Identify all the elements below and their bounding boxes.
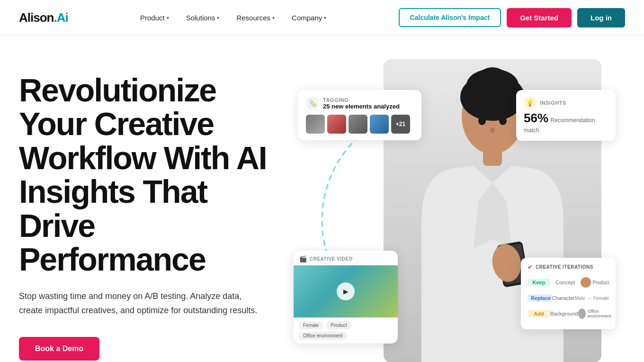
iter-action-add: Add	[528, 310, 550, 317]
insights-percentage-row: 56% Recommendation match	[524, 111, 608, 134]
book-demo-button[interactable]: Book a Demo	[19, 337, 99, 361]
iter-av-bg	[578, 308, 586, 319]
iter-row-2: Replace Character Male → Female	[528, 292, 609, 304]
nav-company[interactable]: Company ▾	[292, 14, 326, 22]
nav-actions: Calculate Alison's Impact Get Started Lo…	[399, 8, 625, 27]
video-card-header: 🎬 CREATIVE VIDEO	[294, 251, 398, 265]
iter-replace-from-to: Male → Female	[575, 295, 609, 301]
iterations-label: CREATIVE ITERATIONS	[536, 264, 593, 270]
iter-to-label: Female	[593, 296, 609, 301]
vtag-office: Office environment	[298, 332, 348, 340]
svg-point-9	[499, 117, 507, 125]
iter-avatars-1: Product	[581, 277, 609, 288]
video-tags: Female Product Office environment	[294, 317, 398, 344]
iter-action-replace: Replace	[528, 294, 552, 302]
hero-left: Revolutionize Your Creative Workflow Wit…	[19, 64, 284, 361]
iter-bg-label: Office environment	[588, 309, 614, 318]
nav-product[interactable]: Product ▾	[140, 14, 169, 22]
calculate-impact-button[interactable]: Calculate Alison's Impact	[399, 8, 501, 27]
svg-point-6	[477, 67, 508, 91]
chevron-down-icon: ▾	[217, 15, 219, 20]
thumb-1	[306, 115, 325, 134]
video-icon: 🎬	[299, 255, 307, 262]
insights-card: 💡 INSIGHTS 56% Recommendation match	[516, 90, 616, 141]
login-button[interactable]: Log in	[577, 8, 625, 27]
video-card: 🎬 CREATIVE VIDEO ▶ Female Product Office…	[294, 251, 398, 344]
iterations-card: ✔ CREATIVE ITERATIONS Keep Concept Produ…	[521, 258, 616, 329]
iter-from-label: Male	[575, 296, 585, 301]
iter-av-product	[581, 277, 591, 288]
iter-type-character: Character	[552, 295, 575, 301]
iter-avatars-3: Office environment	[578, 308, 614, 319]
iter-type-concept: Concept	[555, 280, 575, 285]
logo-ai: Ai	[57, 10, 68, 25]
tagging-value: 25 new elements analyzed	[323, 103, 400, 110]
hero-subtitle: Stop wasting time and money on A/B testi…	[19, 290, 265, 317]
chevron-down-icon: ▾	[167, 15, 169, 20]
get-started-button[interactable]: Get Started	[507, 8, 572, 27]
iter-row-3: Add Background Office environment	[528, 307, 609, 321]
vtag-product: Product	[326, 321, 351, 329]
logo-text: Alison	[19, 10, 54, 25]
tagging-card-header: 🏷️ TAGGING 25 new elements analyzed	[306, 97, 414, 110]
tag-icon: 🏷️	[306, 97, 319, 110]
video-label: CREATIVE VIDEO	[310, 256, 353, 262]
thumb-more: +21	[391, 115, 410, 134]
tagging-card: 🏷️ TAGGING 25 new elements analyzed +21	[298, 90, 421, 140]
tagging-label: TAGGING	[323, 97, 400, 103]
hero-section: Revolutionize Your Creative Workflow Wit…	[0, 36, 644, 362]
iter-action-keep: Keep	[528, 279, 550, 286]
iter-row-1: Keep Concept Product	[528, 275, 609, 290]
nav-solutions[interactable]: Solutions ▾	[186, 14, 220, 22]
navbar: Alison.Ai Product ▾ Solutions ▾ Resource…	[0, 0, 644, 36]
hero-right: 🏷️ TAGGING 25 new elements analyzed +21 …	[284, 64, 625, 358]
iter-arrow-icon: →	[587, 295, 592, 301]
vtag-female: Female	[298, 321, 323, 329]
svg-point-8	[478, 117, 486, 125]
insights-label: INSIGHTS	[540, 100, 566, 106]
iterations-header: ✔ CREATIVE ITERATIONS	[528, 263, 609, 271]
iter-av-product-label: Product	[593, 280, 609, 285]
logo[interactable]: Alison.Ai	[19, 10, 68, 25]
hero-title: Revolutionize Your Creative Workflow Wit…	[19, 73, 284, 276]
iterations-icon: ✔	[528, 263, 533, 271]
nav-links: Product ▾ Solutions ▾ Resources ▾ Compan…	[140, 14, 326, 22]
svg-rect-7	[483, 147, 502, 166]
insight-icon: 💡	[524, 97, 536, 109]
insights-percentage: 56%	[524, 111, 548, 125]
thumb-4	[370, 115, 389, 134]
thumb-3	[349, 115, 367, 134]
chevron-down-icon: ▾	[272, 15, 275, 20]
video-thumbnail: ▶	[294, 265, 398, 317]
nav-resources[interactable]: Resources ▾	[236, 14, 275, 22]
svg-point-10	[490, 127, 495, 133]
play-button[interactable]: ▶	[337, 282, 355, 300]
iter-type-background: Background	[550, 311, 578, 317]
chevron-down-icon: ▾	[324, 15, 326, 20]
insights-header: 💡 INSIGHTS	[524, 97, 608, 109]
thumbnail-row: +21	[306, 115, 414, 134]
thumb-2	[327, 115, 346, 134]
